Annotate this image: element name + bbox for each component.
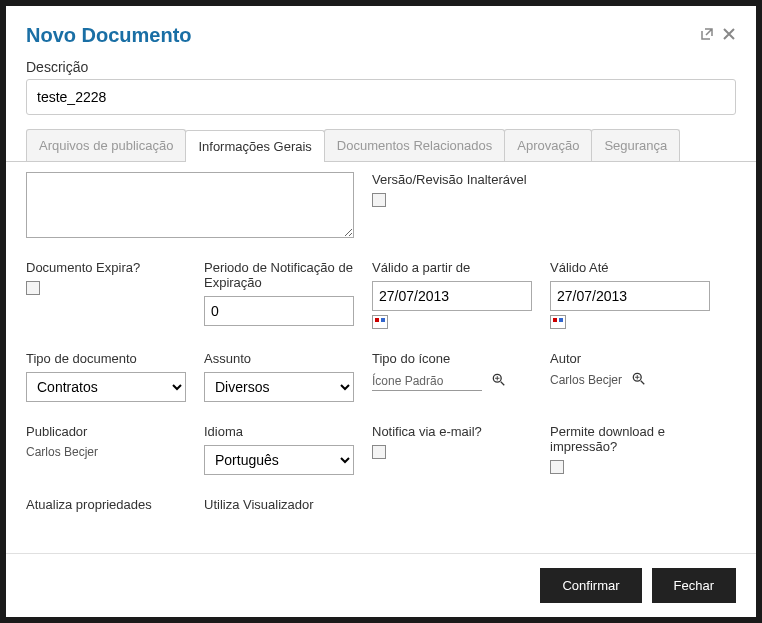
textarea-field[interactable]: [26, 172, 354, 238]
valido-ate-input[interactable]: [550, 281, 710, 311]
autor-label: Autor: [550, 351, 710, 366]
periodo-label: Periodo de Notificação de Expiração: [204, 260, 354, 290]
popout-icon[interactable]: [700, 27, 714, 44]
description-input[interactable]: [26, 79, 736, 115]
periodo-input[interactable]: [204, 296, 354, 326]
versao-checkbox[interactable]: [372, 193, 386, 207]
tab-seguranca[interactable]: Segurança: [591, 129, 680, 161]
utiliza-label: Utiliza Visualizador: [204, 497, 354, 512]
notifica-label: Notifica via e-mail?: [372, 424, 532, 439]
expira-checkbox[interactable]: [26, 281, 40, 295]
valido-de-label: Válido a partir de: [372, 260, 532, 275]
tab-aprovacao[interactable]: Aprovação: [504, 129, 592, 161]
permite-download-label: Permite download e impressão?: [550, 424, 710, 454]
publicador-value: Carlos Becjer: [26, 445, 186, 459]
notifica-checkbox[interactable]: [372, 445, 386, 459]
tipo-doc-select[interactable]: Contratos: [26, 372, 186, 402]
publicador-label: Publicador: [26, 424, 186, 439]
close-icon[interactable]: [722, 27, 736, 44]
close-button[interactable]: Fechar: [652, 568, 736, 603]
assunto-select[interactable]: Diversos: [204, 372, 354, 402]
confirm-button[interactable]: Confirmar: [540, 568, 641, 603]
calendar-icon[interactable]: [550, 315, 566, 329]
tipo-icone-label: Tipo do ícone: [372, 351, 532, 366]
assunto-label: Assunto: [204, 351, 354, 366]
valido-ate-label: Válido Até: [550, 260, 710, 275]
calendar-icon[interactable]: [372, 315, 388, 329]
modal-title: Novo Documento: [26, 24, 192, 47]
tab-bar: Arquivos de publicação Informações Gerai…: [6, 129, 756, 162]
tab-documentos-relacionados[interactable]: Documentos Relacionados: [324, 129, 505, 161]
svg-line-5: [640, 381, 644, 385]
idioma-select[interactable]: Português: [204, 445, 354, 475]
autor-value: Carlos Becjer: [550, 373, 622, 387]
versao-label: Versão/Revisão Inalterável: [372, 172, 710, 187]
zoom-icon[interactable]: [492, 373, 506, 390]
permite-download-checkbox[interactable]: [550, 460, 564, 474]
tab-arquivos[interactable]: Arquivos de publicação: [26, 129, 186, 161]
description-label: Descrição: [26, 59, 736, 75]
tipo-doc-label: Tipo de documento: [26, 351, 186, 366]
idioma-label: Idioma: [204, 424, 354, 439]
atualiza-label: Atualiza propriedades: [26, 497, 186, 512]
svg-line-1: [500, 382, 504, 386]
zoom-icon[interactable]: [632, 372, 646, 389]
tab-informacoes-gerais[interactable]: Informações Gerais: [185, 130, 324, 162]
tipo-icone-value: Ícone Padrão: [372, 372, 482, 391]
expira-label: Documento Expira?: [26, 260, 186, 275]
valido-de-input[interactable]: [372, 281, 532, 311]
